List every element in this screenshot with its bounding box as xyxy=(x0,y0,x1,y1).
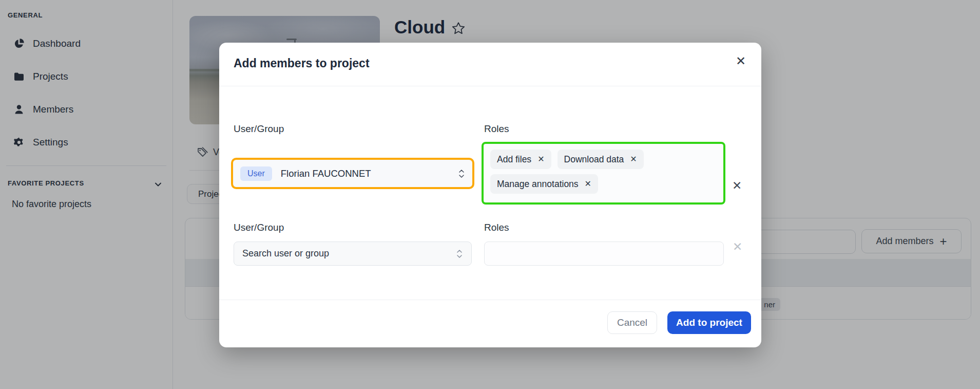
user-group-label: User/Group xyxy=(234,123,284,135)
role-chip-label: Manage annotations xyxy=(497,179,579,190)
modal-footer-divider xyxy=(219,300,761,300)
modal-title: Add members to project xyxy=(234,57,370,70)
modal-header-divider xyxy=(219,86,761,86)
chevron-updown-icon xyxy=(456,249,463,259)
remove-row-icon[interactable]: ✕ xyxy=(733,241,742,253)
chevron-updown-icon xyxy=(458,169,465,179)
user-group-select[interactable]: User Florian FAUCONNET xyxy=(231,158,474,189)
role-chip-label: Add files xyxy=(497,154,531,165)
roles-label: Roles xyxy=(484,222,509,233)
roles-empty-input[interactable] xyxy=(484,242,724,266)
chip-remove-icon[interactable]: ✕ xyxy=(585,180,591,188)
app-root: GENERAL Dashboard Projects Members xyxy=(0,0,980,389)
user-type-badge: User xyxy=(240,166,272,181)
user-group-label: User/Group xyxy=(234,222,284,233)
role-chip-label: Download data xyxy=(564,154,624,165)
close-icon[interactable]: ✕ xyxy=(736,55,746,67)
roles-multiselect[interactable]: Add files ✕ Download data ✕ Manage annot… xyxy=(482,142,725,205)
chip-remove-icon[interactable]: ✕ xyxy=(630,155,637,163)
add-to-project-button[interactable]: Add to project xyxy=(667,311,751,334)
remove-row-icon[interactable]: ✕ xyxy=(732,180,742,192)
add-members-modal: Add members to project ✕ User/Group User… xyxy=(219,43,761,347)
role-chip: Manage annotations ✕ xyxy=(490,174,598,194)
cancel-button[interactable]: Cancel xyxy=(607,311,657,334)
role-chip: Add files ✕ xyxy=(490,150,551,169)
role-chip: Download data ✕ xyxy=(558,150,644,169)
roles-label: Roles xyxy=(484,123,509,135)
chip-remove-icon[interactable]: ✕ xyxy=(537,155,544,163)
selected-user-name: Florian FAUCONNET xyxy=(281,168,371,179)
user-group-search-select[interactable]: Search user or group xyxy=(234,242,472,266)
select-placeholder: Search user or group xyxy=(242,248,329,259)
